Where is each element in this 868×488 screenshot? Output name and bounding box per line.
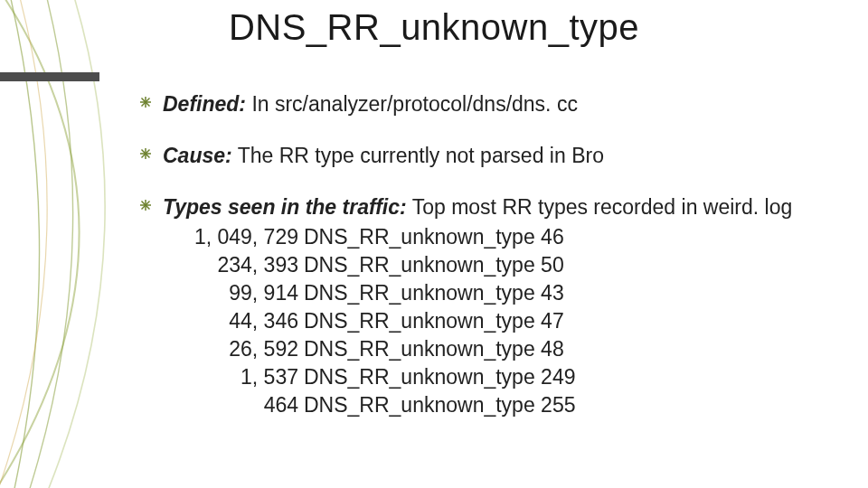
bullet-label: Types seen in the traffic:	[163, 195, 407, 219]
bullet-text: Top most RR types recorded in weird. log	[407, 195, 793, 219]
rr-label: DNS_RR_unknown_type 46	[304, 223, 564, 251]
bullet-text: The RR type currently not parsed in Bro	[232, 144, 604, 167]
list-item: 464 DNS_RR_unknown_type 255	[163, 391, 832, 419]
list-item: 26, 592 DNS_RR_unknown_type 48	[163, 335, 832, 363]
bullet-icon	[137, 94, 154, 110]
accent-bar	[0, 72, 99, 81]
list-item: 234, 393 DNS_RR_unknown_type 50	[163, 251, 832, 279]
bullet-cause: Cause: The RR type currently not parsed …	[137, 142, 832, 170]
rr-label: DNS_RR_unknown_type 50	[304, 251, 564, 279]
bullet-types: Types seen in the traffic: Top most RR t…	[137, 193, 832, 419]
bullet-label: Cause:	[163, 144, 232, 167]
bullet-icon	[137, 145, 154, 162]
rr-count: 234, 393	[163, 251, 304, 279]
content-area: Defined: In src/analyzer/protocol/dns/dn…	[137, 90, 832, 419]
rr-label: DNS_RR_unknown_type 48	[304, 335, 564, 363]
list-item: 1, 049, 729 DNS_RR_unknown_type 46	[163, 223, 832, 251]
bullet-text: In src/analyzer/protocol/dns/dns. cc	[246, 92, 578, 116]
bullet-icon	[137, 197, 154, 213]
bullet-defined: Defined: In src/analyzer/protocol/dns/dn…	[137, 90, 832, 118]
rr-count: 1, 049, 729	[163, 223, 304, 251]
rr-count: 26, 592	[163, 335, 304, 363]
rr-label: DNS_RR_unknown_type 47	[304, 307, 564, 335]
rr-count: 1, 537	[163, 363, 304, 391]
rr-count: 99, 914	[163, 279, 304, 307]
rr-label: DNS_RR_unknown_type 249	[304, 363, 575, 391]
bullet-label: Defined:	[163, 92, 246, 116]
list-item: 1, 537 DNS_RR_unknown_type 249	[163, 363, 832, 391]
rr-label: DNS_RR_unknown_type 43	[304, 279, 564, 307]
slide: DNS_RR_unknown_type Defined: In src/anal…	[0, 0, 868, 488]
slide-title: DNS_RR_unknown_type	[0, 7, 868, 48]
list-item: 44, 346 DNS_RR_unknown_type 47	[163, 307, 832, 335]
rr-label: DNS_RR_unknown_type 255	[304, 391, 575, 419]
rr-count: 44, 346	[163, 307, 304, 335]
rr-count: 464	[163, 391, 304, 419]
rr-type-list: 1, 049, 729 DNS_RR_unknown_type 46 234, …	[163, 223, 832, 419]
list-item: 99, 914 DNS_RR_unknown_type 43	[163, 279, 832, 307]
